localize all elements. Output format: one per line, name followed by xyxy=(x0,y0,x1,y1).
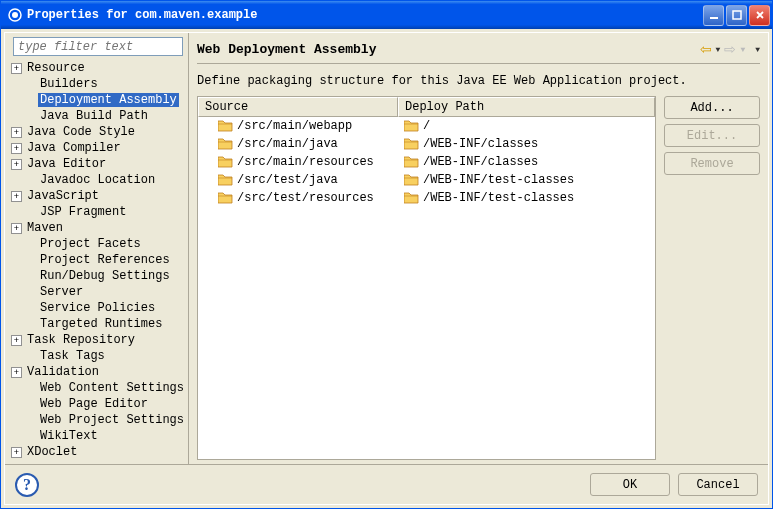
tree-item[interactable]: +Java Code Style xyxy=(7,124,186,140)
tree-item[interactable]: Javadoc Location xyxy=(7,172,186,188)
table-row[interactable]: /src/main/webapp/ xyxy=(198,117,655,135)
tree-item[interactable]: +Maven xyxy=(7,220,186,236)
table-row[interactable]: /src/test/resources/WEB-INF/test-classes xyxy=(198,189,655,207)
page-title: Web Deployment Assembly xyxy=(197,42,700,57)
svg-rect-2 xyxy=(710,17,718,19)
folder-icon xyxy=(218,120,233,132)
tree-item[interactable]: +Resource xyxy=(7,60,186,76)
tree-item[interactable]: Server xyxy=(7,284,186,300)
tree-item-label: JSP Fragment xyxy=(38,205,128,219)
close-button[interactable] xyxy=(749,5,770,26)
tree-item-label: Server xyxy=(38,285,85,299)
tree-item[interactable]: Web Page Editor xyxy=(7,396,186,412)
expand-icon[interactable]: + xyxy=(11,159,22,170)
back-icon[interactable]: ⇦ xyxy=(700,41,712,57)
edit-button[interactable]: Edit... xyxy=(664,124,760,147)
tree-item-label: Java Compiler xyxy=(25,141,123,155)
table-body: /src/main/webapp//src/main/java/WEB-INF/… xyxy=(198,117,655,459)
folder-icon xyxy=(218,174,233,186)
expand-icon[interactable]: + xyxy=(11,143,22,154)
cell-deploy: /WEB-INF/test-classes xyxy=(398,191,655,205)
sidebar: +ResourceBuildersDeployment AssemblyJava… xyxy=(5,33,189,464)
help-icon[interactable]: ? xyxy=(15,473,39,497)
folder-icon xyxy=(404,174,419,186)
page-header: Web Deployment Assembly ⇦ ▼ ⇨ ▼ ▼ xyxy=(197,41,760,57)
forward-menu-icon[interactable]: ▼ xyxy=(740,45,745,54)
expand-icon[interactable]: + xyxy=(11,335,22,346)
tree-item[interactable]: +JavaScript xyxy=(7,188,186,204)
tree-item[interactable]: Web Project Settings xyxy=(7,412,186,428)
tree-item-label: Task Repository xyxy=(25,333,137,347)
add-button[interactable]: Add... xyxy=(664,96,760,119)
titlebar[interactable]: Properties for com.maven.example xyxy=(1,1,772,29)
cell-deploy: /WEB-INF/classes xyxy=(398,137,655,151)
right-pane: Web Deployment Assembly ⇦ ▼ ⇨ ▼ ▼ Define… xyxy=(189,33,768,464)
cell-source: /src/main/resources xyxy=(198,155,398,169)
expand-icon[interactable]: + xyxy=(11,223,22,234)
tree-item-label: Validation xyxy=(25,365,101,379)
minimize-button[interactable] xyxy=(703,5,724,26)
tree-item[interactable]: Java Build Path xyxy=(7,108,186,124)
action-buttons: Add... Edit... Remove xyxy=(664,96,760,460)
tree-item[interactable]: +Task Repository xyxy=(7,332,186,348)
tree-item[interactable]: Service Policies xyxy=(7,300,186,316)
tree-item-label: XDoclet xyxy=(25,445,79,459)
eclipse-icon xyxy=(7,7,23,23)
expand-icon[interactable]: + xyxy=(11,367,22,378)
tree-item[interactable]: Project References xyxy=(7,252,186,268)
col-source[interactable]: Source xyxy=(198,97,398,117)
tree-item[interactable]: WikiText xyxy=(7,428,186,444)
tree-item[interactable]: +Validation xyxy=(7,364,186,380)
cancel-button[interactable]: Cancel xyxy=(678,473,758,496)
folder-icon xyxy=(404,156,419,168)
view-menu-icon[interactable]: ▼ xyxy=(755,45,760,54)
col-deploy[interactable]: Deploy Path xyxy=(398,97,655,117)
tree-item-label: Builders xyxy=(38,77,100,91)
cell-source: /src/main/webapp xyxy=(198,119,398,133)
cell-deploy: /WEB-INF/test-classes xyxy=(398,173,655,187)
assembly-table[interactable]: Source Deploy Path /src/main/webapp//src… xyxy=(197,96,656,460)
folder-icon xyxy=(218,192,233,204)
tree-item[interactable]: Builders xyxy=(7,76,186,92)
window-controls xyxy=(703,5,770,26)
ok-button[interactable]: OK xyxy=(590,473,670,496)
folder-icon xyxy=(218,156,233,168)
page-description: Define packaging structure for this Java… xyxy=(197,74,760,88)
folder-icon xyxy=(404,120,419,132)
tree-item-label: Web Page Editor xyxy=(38,397,150,411)
tree-item[interactable]: +XDoclet xyxy=(7,444,186,460)
filter-input[interactable] xyxy=(13,37,183,56)
tree-item[interactable]: Targeted Runtimes xyxy=(7,316,186,332)
tree-item[interactable]: Project Facets xyxy=(7,236,186,252)
tree-item[interactable]: JSP Fragment xyxy=(7,204,186,220)
tree-item[interactable]: Web Content Settings xyxy=(7,380,186,396)
tree-item-label: Service Policies xyxy=(38,301,157,315)
forward-icon[interactable]: ⇨ xyxy=(724,41,736,57)
tree-item[interactable]: Run/Debug Settings xyxy=(7,268,186,284)
tree-item-label: Web Project Settings xyxy=(38,413,186,427)
svg-point-1 xyxy=(12,12,18,18)
tree-item-label: Java Code Style xyxy=(25,125,137,139)
cell-deploy: /WEB-INF/classes xyxy=(398,155,655,169)
expand-icon[interactable]: + xyxy=(11,127,22,138)
maximize-button[interactable] xyxy=(726,5,747,26)
folder-icon xyxy=(404,192,419,204)
tree-item[interactable]: Task Tags xyxy=(7,348,186,364)
expand-icon[interactable]: + xyxy=(11,191,22,202)
table-row[interactable]: /src/main/resources/WEB-INF/classes xyxy=(198,153,655,171)
property-tree[interactable]: +ResourceBuildersDeployment AssemblyJava… xyxy=(7,60,186,460)
table-row[interactable]: /src/main/java/WEB-INF/classes xyxy=(198,135,655,153)
back-menu-icon[interactable]: ▼ xyxy=(716,45,721,54)
bottom-bar: ? OK Cancel xyxy=(5,464,768,504)
window-title: Properties for com.maven.example xyxy=(27,8,703,22)
table-row[interactable]: /src/test/java/WEB-INF/test-classes xyxy=(198,171,655,189)
tree-item[interactable]: Deployment Assembly xyxy=(7,92,186,108)
folder-icon xyxy=(404,138,419,150)
tree-item[interactable]: +Java Compiler xyxy=(7,140,186,156)
remove-button[interactable]: Remove xyxy=(664,152,760,175)
tree-item[interactable]: +Java Editor xyxy=(7,156,186,172)
table-area: Source Deploy Path /src/main/webapp//src… xyxy=(197,96,760,460)
expand-icon[interactable]: + xyxy=(11,63,22,74)
bottom-buttons: OK Cancel xyxy=(590,473,758,496)
expand-icon[interactable]: + xyxy=(11,447,22,458)
